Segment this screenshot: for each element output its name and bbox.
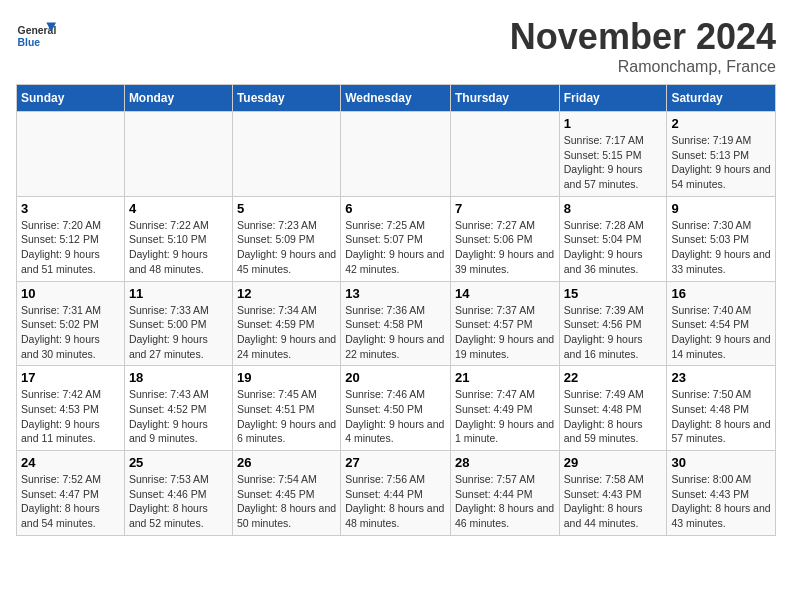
day-info: Sunrise: 7:40 AM Sunset: 4:54 PM Dayligh… bbox=[671, 303, 771, 362]
day-info: Sunrise: 7:57 AM Sunset: 4:44 PM Dayligh… bbox=[455, 472, 555, 531]
day-info: Sunrise: 7:19 AM Sunset: 5:13 PM Dayligh… bbox=[671, 133, 771, 192]
col-header-monday: Monday bbox=[124, 85, 232, 112]
day-number: 10 bbox=[21, 286, 120, 301]
day-number: 4 bbox=[129, 201, 228, 216]
location-title: Ramonchamp, France bbox=[510, 58, 776, 76]
day-number: 17 bbox=[21, 370, 120, 385]
day-info: Sunrise: 7:49 AM Sunset: 4:48 PM Dayligh… bbox=[564, 387, 663, 446]
day-number: 25 bbox=[129, 455, 228, 470]
day-info: Sunrise: 7:56 AM Sunset: 4:44 PM Dayligh… bbox=[345, 472, 446, 531]
col-header-saturday: Saturday bbox=[667, 85, 776, 112]
calendar-cell bbox=[124, 112, 232, 197]
day-info: Sunrise: 7:22 AM Sunset: 5:10 PM Dayligh… bbox=[129, 218, 228, 277]
day-number: 19 bbox=[237, 370, 336, 385]
day-number: 23 bbox=[671, 370, 771, 385]
day-info: Sunrise: 7:25 AM Sunset: 5:07 PM Dayligh… bbox=[345, 218, 446, 277]
day-number: 8 bbox=[564, 201, 663, 216]
day-info: Sunrise: 7:53 AM Sunset: 4:46 PM Dayligh… bbox=[129, 472, 228, 531]
day-info: Sunrise: 7:54 AM Sunset: 4:45 PM Dayligh… bbox=[237, 472, 336, 531]
calendar-cell: 7Sunrise: 7:27 AM Sunset: 5:06 PM Daylig… bbox=[450, 196, 559, 281]
day-info: Sunrise: 7:20 AM Sunset: 5:12 PM Dayligh… bbox=[21, 218, 120, 277]
day-info: Sunrise: 7:39 AM Sunset: 4:56 PM Dayligh… bbox=[564, 303, 663, 362]
day-number: 14 bbox=[455, 286, 555, 301]
calendar-cell bbox=[341, 112, 451, 197]
day-number: 28 bbox=[455, 455, 555, 470]
calendar-cell: 5Sunrise: 7:23 AM Sunset: 5:09 PM Daylig… bbox=[232, 196, 340, 281]
calendar-cell: 16Sunrise: 7:40 AM Sunset: 4:54 PM Dayli… bbox=[667, 281, 776, 366]
calendar-cell: 9Sunrise: 7:30 AM Sunset: 5:03 PM Daylig… bbox=[667, 196, 776, 281]
calendar-cell: 17Sunrise: 7:42 AM Sunset: 4:53 PM Dayli… bbox=[17, 366, 125, 451]
calendar-cell: 8Sunrise: 7:28 AM Sunset: 5:04 PM Daylig… bbox=[559, 196, 667, 281]
title-area: November 2024 Ramonchamp, France bbox=[510, 16, 776, 76]
col-header-tuesday: Tuesday bbox=[232, 85, 340, 112]
day-info: Sunrise: 7:52 AM Sunset: 4:47 PM Dayligh… bbox=[21, 472, 120, 531]
col-header-sunday: Sunday bbox=[17, 85, 125, 112]
calendar-cell: 30Sunrise: 8:00 AM Sunset: 4:43 PM Dayli… bbox=[667, 451, 776, 536]
day-number: 29 bbox=[564, 455, 663, 470]
day-number: 24 bbox=[21, 455, 120, 470]
day-number: 9 bbox=[671, 201, 771, 216]
col-header-wednesday: Wednesday bbox=[341, 85, 451, 112]
day-number: 5 bbox=[237, 201, 336, 216]
day-info: Sunrise: 7:33 AM Sunset: 5:00 PM Dayligh… bbox=[129, 303, 228, 362]
day-number: 13 bbox=[345, 286, 446, 301]
day-info: Sunrise: 7:30 AM Sunset: 5:03 PM Dayligh… bbox=[671, 218, 771, 277]
calendar-cell: 2Sunrise: 7:19 AM Sunset: 5:13 PM Daylig… bbox=[667, 112, 776, 197]
calendar-cell: 10Sunrise: 7:31 AM Sunset: 5:02 PM Dayli… bbox=[17, 281, 125, 366]
day-info: Sunrise: 7:17 AM Sunset: 5:15 PM Dayligh… bbox=[564, 133, 663, 192]
day-number: 3 bbox=[21, 201, 120, 216]
calendar-cell: 29Sunrise: 7:58 AM Sunset: 4:43 PM Dayli… bbox=[559, 451, 667, 536]
day-number: 6 bbox=[345, 201, 446, 216]
day-number: 11 bbox=[129, 286, 228, 301]
calendar-table: SundayMondayTuesdayWednesdayThursdayFrid… bbox=[16, 84, 776, 536]
day-info: Sunrise: 7:58 AM Sunset: 4:43 PM Dayligh… bbox=[564, 472, 663, 531]
calendar-cell: 4Sunrise: 7:22 AM Sunset: 5:10 PM Daylig… bbox=[124, 196, 232, 281]
day-info: Sunrise: 7:34 AM Sunset: 4:59 PM Dayligh… bbox=[237, 303, 336, 362]
calendar-cell: 21Sunrise: 7:47 AM Sunset: 4:49 PM Dayli… bbox=[450, 366, 559, 451]
calendar-cell: 11Sunrise: 7:33 AM Sunset: 5:00 PM Dayli… bbox=[124, 281, 232, 366]
day-number: 20 bbox=[345, 370, 446, 385]
day-number: 12 bbox=[237, 286, 336, 301]
calendar-cell: 14Sunrise: 7:37 AM Sunset: 4:57 PM Dayli… bbox=[450, 281, 559, 366]
month-title: November 2024 bbox=[510, 16, 776, 58]
day-number: 22 bbox=[564, 370, 663, 385]
calendar-cell: 1Sunrise: 7:17 AM Sunset: 5:15 PM Daylig… bbox=[559, 112, 667, 197]
day-info: Sunrise: 7:46 AM Sunset: 4:50 PM Dayligh… bbox=[345, 387, 446, 446]
day-info: Sunrise: 7:28 AM Sunset: 5:04 PM Dayligh… bbox=[564, 218, 663, 277]
calendar-cell: 3Sunrise: 7:20 AM Sunset: 5:12 PM Daylig… bbox=[17, 196, 125, 281]
day-number: 18 bbox=[129, 370, 228, 385]
calendar-cell: 25Sunrise: 7:53 AM Sunset: 4:46 PM Dayli… bbox=[124, 451, 232, 536]
calendar-cell: 6Sunrise: 7:25 AM Sunset: 5:07 PM Daylig… bbox=[341, 196, 451, 281]
day-info: Sunrise: 7:42 AM Sunset: 4:53 PM Dayligh… bbox=[21, 387, 120, 446]
calendar-cell bbox=[450, 112, 559, 197]
day-number: 2 bbox=[671, 116, 771, 131]
day-info: Sunrise: 7:31 AM Sunset: 5:02 PM Dayligh… bbox=[21, 303, 120, 362]
day-number: 15 bbox=[564, 286, 663, 301]
calendar-cell bbox=[17, 112, 125, 197]
calendar-cell: 20Sunrise: 7:46 AM Sunset: 4:50 PM Dayli… bbox=[341, 366, 451, 451]
day-number: 1 bbox=[564, 116, 663, 131]
day-info: Sunrise: 7:27 AM Sunset: 5:06 PM Dayligh… bbox=[455, 218, 555, 277]
header: General Blue November 2024 Ramonchamp, F… bbox=[16, 16, 776, 76]
day-number: 7 bbox=[455, 201, 555, 216]
day-info: Sunrise: 7:37 AM Sunset: 4:57 PM Dayligh… bbox=[455, 303, 555, 362]
day-info: Sunrise: 8:00 AM Sunset: 4:43 PM Dayligh… bbox=[671, 472, 771, 531]
day-number: 16 bbox=[671, 286, 771, 301]
calendar-cell: 26Sunrise: 7:54 AM Sunset: 4:45 PM Dayli… bbox=[232, 451, 340, 536]
calendar-cell: 18Sunrise: 7:43 AM Sunset: 4:52 PM Dayli… bbox=[124, 366, 232, 451]
svg-text:Blue: Blue bbox=[18, 37, 41, 48]
day-number: 21 bbox=[455, 370, 555, 385]
calendar-cell bbox=[232, 112, 340, 197]
day-info: Sunrise: 7:43 AM Sunset: 4:52 PM Dayligh… bbox=[129, 387, 228, 446]
day-number: 26 bbox=[237, 455, 336, 470]
calendar-cell: 27Sunrise: 7:56 AM Sunset: 4:44 PM Dayli… bbox=[341, 451, 451, 536]
day-info: Sunrise: 7:45 AM Sunset: 4:51 PM Dayligh… bbox=[237, 387, 336, 446]
col-header-thursday: Thursday bbox=[450, 85, 559, 112]
day-number: 27 bbox=[345, 455, 446, 470]
col-header-friday: Friday bbox=[559, 85, 667, 112]
calendar-cell: 15Sunrise: 7:39 AM Sunset: 4:56 PM Dayli… bbox=[559, 281, 667, 366]
day-info: Sunrise: 7:36 AM Sunset: 4:58 PM Dayligh… bbox=[345, 303, 446, 362]
calendar-cell: 23Sunrise: 7:50 AM Sunset: 4:48 PM Dayli… bbox=[667, 366, 776, 451]
calendar-cell: 13Sunrise: 7:36 AM Sunset: 4:58 PM Dayli… bbox=[341, 281, 451, 366]
calendar-cell: 28Sunrise: 7:57 AM Sunset: 4:44 PM Dayli… bbox=[450, 451, 559, 536]
